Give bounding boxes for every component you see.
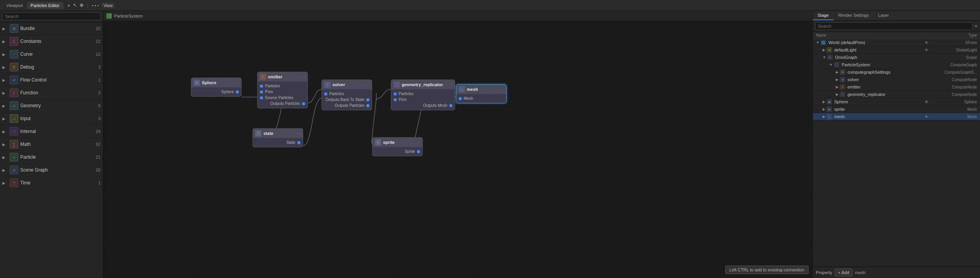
tree-expand-icon[interactable]: ▼: [823, 55, 826, 59]
row-type-icon: ✦: [840, 84, 845, 90]
row-type-label: Sphere: [929, 100, 977, 104]
add-property-button[interactable]: + Add: [835, 269, 853, 276]
view-button[interactable]: View: [101, 2, 115, 9]
tree-expand-icon[interactable]: ▶: [836, 92, 839, 96]
sidebar-item-geometry[interactable]: ▶ ◇ Geometry 5: [0, 99, 103, 112]
eye-icon[interactable]: 👁: [925, 41, 929, 45]
node-sphere[interactable]: ◉ Sphere ··· Sphere: [191, 78, 242, 97]
stage-row[interactable]: ▼ ⬡ ParticleSystem ComputeGraph: [813, 61, 980, 69]
stage-row[interactable]: ▶ ◈ sprite Mesh: [813, 106, 980, 113]
eye-icon[interactable]: 👁: [925, 48, 929, 52]
node-state[interactable]: S state ··· State: [253, 128, 303, 147]
expand-icon: ▶: [2, 78, 8, 82]
port-in-mesh[interactable]: Mesh: [456, 96, 506, 101]
sidebar-item-scene-graph[interactable]: ▶ ⊗ Scene Graph 26: [0, 164, 103, 177]
add-icon[interactable]: +: [67, 2, 71, 9]
item-icon: ƒ: [10, 89, 18, 97]
tab-render-settings[interactable]: Render Settings: [833, 11, 874, 20]
eye-icon[interactable]: 👁: [925, 100, 929, 104]
port-out-state[interactable]: State: [253, 140, 303, 145]
node-menu-dots[interactable]: ···: [501, 87, 504, 92]
port-out-outputs_back_to_state[interactable]: Outputs Back To State: [322, 97, 372, 103]
stage-search-input[interactable]: [815, 22, 973, 30]
snap-dots-icon[interactable]: • • •: [92, 3, 99, 8]
node-solver[interactable]: ⚙ solver ··· Particles Outputs Back To S…: [321, 80, 372, 110]
tree-expand-icon[interactable]: ▼: [829, 63, 833, 67]
item-label: Debug: [20, 64, 98, 70]
sidebar-item-debug[interactable]: ▶ D Debug 3: [0, 61, 103, 74]
sidebar-item-constants[interactable]: ▶ C Constants 22: [0, 35, 103, 48]
stage-row[interactable]: ▶ ⚙ computegraphSettings ComputeGraphS..…: [813, 69, 980, 76]
node-mesh[interactable]: ⬡ mesh ··· Mesh: [456, 84, 507, 103]
search-input[interactable]: [2, 12, 101, 20]
tab-particles-editor[interactable]: Particles Editor: [27, 2, 64, 9]
tab-layer[interactable]: Layer: [874, 11, 894, 20]
sidebar-item-bundle[interactable]: ▶ ⊞ Bundle 10: [0, 22, 103, 35]
port-in-prim[interactable]: Prim: [258, 89, 307, 95]
tree-expand-icon[interactable]: ▼: [816, 41, 819, 44]
sidebar-item-time[interactable]: ▶ ⏱ Time 1: [0, 177, 103, 189]
tree-expand-icon[interactable]: ▶: [836, 70, 839, 74]
port-in-particles[interactable]: Particles: [322, 91, 372, 97]
port-in-particles[interactable]: Particles: [391, 91, 455, 97]
item-count: 24: [96, 129, 101, 134]
left-panel: ▶ ⊞ Bundle 10 ▶ C Constants 22 ▶ ~ Curve…: [0, 11, 103, 278]
port-out-outputs_mesh[interactable]: Outputs Mesh: [391, 103, 455, 108]
stage-row[interactable]: ▶ ☀ defaultLight 👁 DistantLight: [813, 46, 980, 54]
port-out-outputs_particles[interactable]: Outputs Particles: [258, 101, 307, 106]
tree-expand-icon[interactable]: ▶: [823, 100, 825, 104]
node-emitter[interactable]: ✦ emitter ··· Particles Prim Source Part…: [257, 72, 308, 108]
sidebar-item-internal[interactable]: ▶ ⬡ Internal 24: [0, 125, 103, 138]
port-out-outputs_particles[interactable]: Outputs Particles: [322, 103, 372, 108]
tab-stage[interactable]: Stage: [813, 11, 833, 20]
sidebar-item-input[interactable]: ▶ → Input 3: [0, 112, 103, 125]
stage-row[interactable]: ▶ ⚙ solver ComputeNode: [813, 76, 980, 83]
select-icon[interactable]: ↖: [73, 2, 77, 8]
node-sprite[interactable]: ◈ sprite ··· Sprite: [372, 137, 423, 156]
node-menu-dots[interactable]: ···: [417, 140, 420, 145]
item-count: 3: [98, 65, 101, 69]
tab-viewport[interactable]: Viewport: [2, 2, 27, 9]
sidebar-item-particle[interactable]: ▶ • Particle 21: [0, 151, 103, 164]
sidebar-item-function[interactable]: ▶ ƒ Function 3: [0, 87, 103, 99]
stage-row[interactable]: ▶ ◉ Sphere 👁 Sphere: [813, 98, 980, 106]
node-menu-dots[interactable]: ···: [366, 83, 369, 87]
node-menu-dots[interactable]: ···: [297, 131, 300, 136]
sidebar-item-curve[interactable]: ▶ ~ Curve 12: [0, 48, 103, 61]
node-menu-dots[interactable]: ···: [449, 83, 452, 87]
node-menu-dots[interactable]: ···: [302, 75, 305, 79]
stage-row[interactable]: ▶ ✦ emitter ComputeNode: [813, 83, 980, 91]
tree-expand-icon[interactable]: ▶: [836, 78, 839, 81]
editor-canvas[interactable]: ◉ Sphere ··· Sphere ✦ emitter ··· Partic…: [103, 21, 812, 278]
left-panel-items: ▶ ⊞ Bundle 10 ▶ C Constants 22 ▶ ~ Curve…: [0, 22, 103, 278]
search-clear-icon[interactable]: ✕: [974, 24, 978, 29]
port-out-sphere[interactable]: Sphere: [191, 89, 241, 95]
row-visibility-icons: 👁: [913, 115, 929, 119]
port-dot: [417, 150, 420, 153]
item-icon: ⇌: [10, 76, 18, 84]
port-in-prim[interactable]: Prim: [391, 97, 455, 103]
port-in-particles[interactable]: Particles: [258, 83, 307, 89]
tree-expand-icon[interactable]: ▶: [836, 85, 839, 89]
row-label: emitter: [848, 85, 861, 89]
node-geometry_replicator[interactable]: ⬡ geometry_replicator ··· Particles Prim…: [391, 80, 455, 110]
item-icon: →: [10, 114, 18, 123]
node-body: Mesh: [456, 94, 506, 103]
tree-expand-icon[interactable]: ▶: [823, 115, 825, 119]
port-in-source_particles[interactable]: Source Particles: [258, 95, 307, 101]
port-label: Prim: [399, 97, 407, 102]
stage-row[interactable]: ▼ ⊗ OmniGraph Scope: [813, 54, 980, 61]
stage-row[interactable]: ▶ ⬡ mesh 👁 Mesh: [813, 113, 980, 120]
tree-expand-icon[interactable]: ▶: [823, 48, 825, 52]
stage-row[interactable]: ▶ ⬡ geometry_replicator ComputeNode: [813, 91, 980, 98]
node-menu-dots[interactable]: ···: [236, 81, 239, 85]
eye-icon[interactable]: 👁: [925, 115, 929, 119]
row-type-icon: ⬡: [826, 114, 832, 119]
tree-expand-icon[interactable]: ▶: [823, 107, 825, 111]
sidebar-item-math[interactable]: ▶ ∑ Math 62: [0, 138, 103, 151]
sidebar-item-flow-control[interactable]: ▶ ⇌ Flow Control 1: [0, 74, 103, 87]
move-icon[interactable]: ✥: [79, 2, 84, 8]
port-dot: [324, 92, 327, 96]
port-out-sprite[interactable]: Sprite: [373, 149, 422, 154]
stage-row[interactable]: ▼ 🌐 World (defaultPrim) 👁 XForm: [813, 39, 980, 46]
